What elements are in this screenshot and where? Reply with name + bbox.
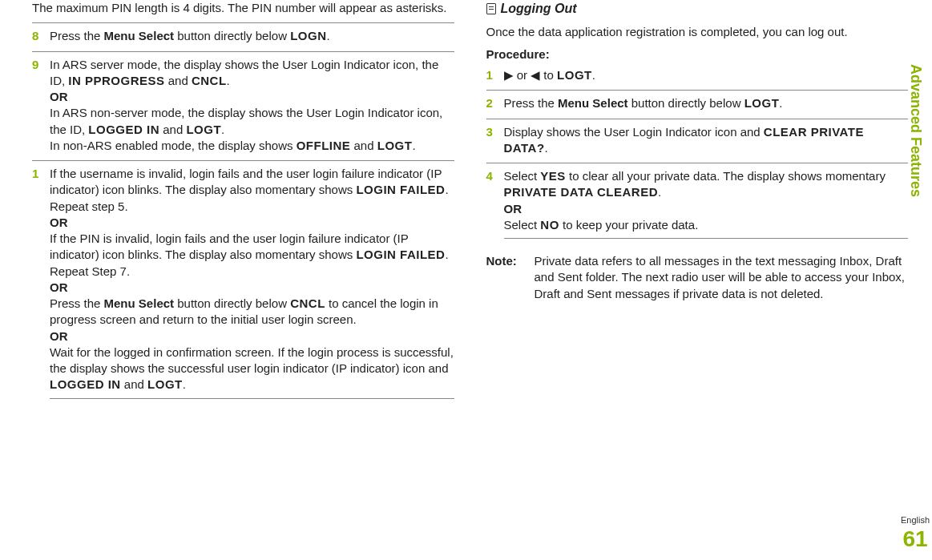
in-progress-label: IN PPROGRESS <box>68 74 164 87</box>
step-num: 1 <box>32 166 50 404</box>
yes-label: YES <box>540 169 566 183</box>
step-body: In ARS server mode, the display shows th… <box>50 57 454 155</box>
cncl-label: CNCL <box>290 296 325 310</box>
page-number: 61 <box>901 526 930 552</box>
text: Select <box>504 218 541 232</box>
left-column: The maximum PIN length is 4 digits. The … <box>32 0 454 529</box>
text: Press the <box>50 29 104 42</box>
text: and <box>159 123 186 136</box>
step-body: If the username is invalid, login fails … <box>50 166 454 404</box>
step-body: Press the Menu Select button directly be… <box>50 28 454 44</box>
r-step-4: 4 Select YES to clear all your private d… <box>486 163 909 244</box>
text: . <box>326 29 329 42</box>
step-body: Display shows the User Login Indicator i… <box>504 124 909 157</box>
logn-label: LOGN <box>290 29 326 42</box>
offline-label: OFFLINE <box>297 139 351 152</box>
text: . <box>221 123 224 136</box>
procedure-label: Procedure: <box>486 47 550 61</box>
step-num: 9 <box>32 57 50 155</box>
side-bar: Advanced Features English 61 <box>905 0 926 560</box>
text: to clear all your private data. The disp… <box>566 169 886 183</box>
step-num: 8 <box>32 28 50 44</box>
note-text: Private data refers to all messages in t… <box>535 253 909 302</box>
right-column: Logging Out Once the data application re… <box>486 0 909 529</box>
text: . <box>545 141 548 155</box>
text: or <box>514 68 531 82</box>
sidebar-title: Advanced Features <box>907 64 924 197</box>
step-body: Press the Menu Select button directly be… <box>504 95 909 111</box>
or-label: OR <box>504 202 522 216</box>
login-failed-label: LOGIN FAILED <box>356 183 445 196</box>
language-label: English <box>901 515 930 525</box>
step-1: 1 If the username is invalid, login fail… <box>32 160 454 404</box>
text: . <box>658 185 661 199</box>
text: . <box>227 74 230 87</box>
pin-intro: The maximum PIN length is 4 digits. The … <box>32 0 454 16</box>
logt-label: LOGT <box>186 123 221 136</box>
text: . <box>779 96 782 110</box>
text: . <box>592 68 595 82</box>
document-icon <box>486 3 496 14</box>
text: Press the <box>50 296 104 310</box>
menu-select-label: Menu Select <box>558 96 628 110</box>
menu-select-label: Menu Select <box>104 296 175 310</box>
text: Press the <box>504 96 559 110</box>
step-num: 1 <box>486 67 504 83</box>
step-9: 9 In ARS server mode, the display shows … <box>32 51 454 155</box>
r-step-3: 3 Display shows the User Login Indicator… <box>486 119 909 157</box>
left-arrow-icon: ◀ <box>531 68 540 82</box>
text: to <box>540 68 557 82</box>
logged-in-label: LOGGED IN <box>88 123 159 136</box>
text: and <box>165 74 192 87</box>
step-body: Select YES to clear all your private dat… <box>504 168 909 244</box>
logout-intro: Once the data application registration i… <box>486 24 909 40</box>
text: button directly below <box>174 296 290 310</box>
divider <box>50 398 454 399</box>
text: Select <box>504 169 541 183</box>
divider <box>504 238 909 239</box>
step-num: 4 <box>486 168 504 244</box>
section-title: Logging Out <box>501 0 577 18</box>
text: . <box>412 139 415 152</box>
text: Display shows the User Login Indicator i… <box>504 125 764 139</box>
r-step-2: 2 Press the Menu Select button directly … <box>486 90 909 111</box>
text: . <box>183 377 186 391</box>
text: In non-ARS enabled mode, the display sho… <box>50 139 297 152</box>
logt-label: LOGT <box>147 377 183 391</box>
step-num: 3 <box>486 124 504 157</box>
page-number-block: English 61 <box>901 515 930 552</box>
note-label: Note: <box>486 253 535 302</box>
text: If the PIN is invalid, login fails and t… <box>50 232 408 261</box>
r-step-1: 1 ▶ or ◀ to LOGT. <box>486 67 909 83</box>
step-num: 2 <box>486 95 504 111</box>
or-label: OR <box>50 90 68 103</box>
text: button directly below <box>628 96 744 110</box>
private-data-cleared-label: PRIVATE DATA CLEARED <box>504 185 659 199</box>
step-body: ▶ or ◀ to LOGT. <box>504 67 909 83</box>
text: and <box>121 377 147 391</box>
text: and <box>350 139 377 152</box>
login-failed-label: LOGIN FAILED <box>356 248 445 261</box>
right-arrow-icon: ▶ <box>504 68 514 82</box>
logt-label: LOGT <box>744 96 780 110</box>
text: Wait for the logged in confirmation scre… <box>50 345 454 375</box>
text: button directly below <box>174 29 290 42</box>
step-8: 8 Press the Menu Select button directly … <box>32 22 454 44</box>
or-label: OR <box>50 280 68 294</box>
note-block: Note: Private data refers to all message… <box>486 253 909 302</box>
menu-select-label: Menu Select <box>104 29 175 42</box>
or-label: OR <box>50 329 68 343</box>
logt-label: LOGT <box>557 68 592 82</box>
section-heading: Logging Out <box>486 0 909 18</box>
or-label: OR <box>50 216 68 229</box>
no-label: NO <box>540 218 559 232</box>
cncl-label: CNCL <box>192 74 227 87</box>
text: to keep your private data. <box>559 218 698 232</box>
logt-label: LOGT <box>377 139 413 152</box>
logged-in-label: LOGGED IN <box>50 377 121 391</box>
